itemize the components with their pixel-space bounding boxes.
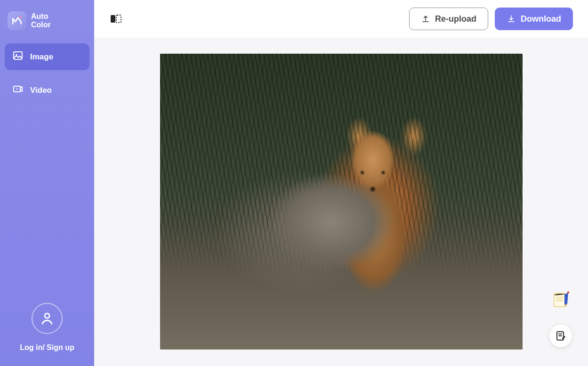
avatar[interactable] (32, 303, 63, 334)
svg-rect-7 (554, 293, 565, 307)
notes-button[interactable] (549, 289, 572, 311)
sidebar-item-label: Image (30, 52, 53, 62)
notepad-icon (550, 290, 571, 310)
download-button[interactable]: Download (495, 8, 573, 30)
note-edit-icon (555, 330, 566, 342)
canvas-area (94, 38, 588, 366)
button-label: Download (521, 14, 561, 24)
sidebar-item-video[interactable]: Video (5, 77, 89, 104)
upload-icon (421, 14, 430, 24)
sidebar-item-label: Video (30, 86, 52, 95)
user-icon (39, 310, 55, 326)
brand-logo[interactable]: Auto Color (5, 11, 89, 43)
reupload-button[interactable]: Re-upload (409, 8, 488, 30)
sidebar-item-image[interactable]: Image (5, 43, 89, 70)
svg-rect-5 (111, 15, 115, 23)
main-area: Re-upload Download (94, 0, 588, 366)
feedback-button[interactable] (549, 325, 572, 347)
svg-rect-1 (14, 52, 22, 59)
svg-point-11 (567, 292, 569, 293)
account-block: Log in/ Sign up (5, 303, 89, 355)
button-label: Re-upload (435, 14, 476, 24)
svg-point-4 (45, 313, 49, 318)
floating-actions (549, 289, 572, 347)
svg-point-0 (19, 16, 21, 18)
compare-icon (109, 12, 122, 25)
preview-image[interactable] (160, 54, 523, 350)
sidebar: Auto Color Image Video Log in/ Sign up (0, 0, 94, 366)
compare-split-button[interactable] (109, 12, 122, 25)
download-icon (507, 14, 516, 24)
video-icon (12, 83, 24, 97)
logo-icon (8, 11, 26, 30)
topbar: Re-upload Download (94, 0, 588, 38)
brand-name: Auto Color (31, 12, 51, 30)
svg-rect-6 (116, 15, 121, 23)
login-signup-link[interactable]: Log in/ Sign up (20, 343, 74, 352)
picture-icon (12, 50, 24, 64)
